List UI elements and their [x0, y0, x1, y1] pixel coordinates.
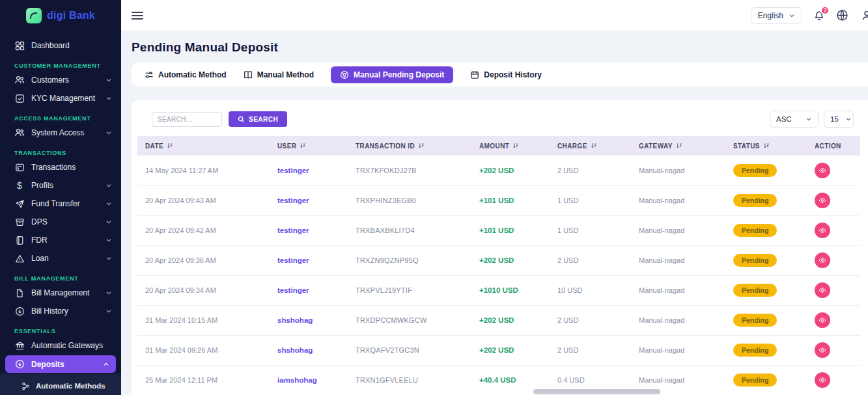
sort-icon [167, 143, 173, 149]
column-header-amount[interactable]: AMOUNT [471, 136, 550, 156]
sidebar-item-customers[interactable]: Customers [0, 71, 121, 89]
cell-gateway: Manual-nagad [631, 245, 725, 275]
sidebar-nav: Dashboard CUSTOMER MANAGEMENT Customers … [0, 31, 121, 395]
horizontal-scrollbar[interactable] [533, 389, 660, 394]
cell-charge: 2 USD [550, 245, 631, 275]
column-header-charge[interactable]: CHARGE [550, 136, 631, 156]
eye-icon [819, 197, 826, 204]
profile-button[interactable] [861, 10, 868, 21]
sidebar-item-fdr[interactable]: FDR [0, 231, 121, 249]
cell-user-link[interactable]: testinger [270, 215, 348, 245]
sidebar-item-bill-management[interactable]: Bill Management [0, 284, 121, 302]
sidebar-item-loan[interactable]: Loan [0, 249, 121, 267]
cell-user-link[interactable]: testinger [270, 275, 348, 305]
globe-button[interactable] [836, 9, 848, 21]
tab-label: Manual Method [257, 70, 314, 79]
sidebar-item-system-access[interactable]: System Access [0, 124, 121, 142]
cell-transaction-id: TRXQAFV2TGC3N [348, 335, 471, 365]
sidebar-item-label: Bill Management [31, 288, 89, 297]
view-button[interactable] [815, 372, 830, 388]
cell-user-link[interactable]: testinger [270, 245, 348, 275]
profile-icon [861, 10, 868, 21]
sidebar-item-transactions[interactable]: Transactions [0, 158, 121, 176]
cell-user-link[interactable]: iamshohag [270, 365, 348, 395]
notifications-button[interactable]: 7 [813, 9, 825, 21]
cell-user-link[interactable]: testinger [270, 156, 348, 185]
tab-deposit-history[interactable]: Deposit History [470, 70, 542, 79]
cell-date: 31 Mar 2024 10:15 AM [137, 305, 270, 335]
sidebar-section-essentials: ESSENTIALS [0, 327, 121, 335]
cell-user-link[interactable]: shshohag [270, 305, 348, 335]
sidebar-item-profits[interactable]: $ Profits [0, 176, 121, 195]
column-header-action: ACTION [807, 136, 860, 156]
sort-order-select[interactable]: ASC [770, 111, 819, 128]
search-button[interactable]: SEARCH [229, 111, 287, 127]
table-toolbar: SEARCH ASC 15 [152, 111, 854, 128]
view-button[interactable] [815, 163, 830, 178]
users-icon [14, 128, 25, 138]
tab-automatic-method[interactable]: Automatic Method [145, 70, 227, 79]
cell-transaction-id: TRXDPCCMWKGCW [348, 305, 471, 335]
cell-amount: +101 USD [471, 185, 550, 215]
sidebar-item-bill-history[interactable]: Bill History [0, 302, 121, 320]
sidebar-item-automatic-methods[interactable]: Automatic Methods [0, 377, 121, 395]
column-header-gateway[interactable]: GATEWAY [631, 136, 725, 156]
book-open-icon [244, 70, 253, 79]
status-badge: Pending [733, 374, 777, 387]
cell-user-link[interactable]: testinger [270, 185, 348, 215]
chevron-down-icon [845, 116, 852, 122]
sidebar-item-automatic-gateways[interactable]: Automatic Gateways [0, 336, 121, 355]
sidebar-item-fund-transfer[interactable]: Fund Transfer [0, 195, 121, 213]
sidebar-item-dps[interactable]: DPS [0, 213, 121, 231]
eye-icon [819, 377, 826, 383]
column-header-status[interactable]: STATUS [725, 136, 807, 156]
view-button[interactable] [815, 193, 830, 208]
language-select[interactable]: English [751, 7, 802, 24]
chevron-down-icon [105, 219, 112, 225]
topbar: English 7 [121, 0, 868, 31]
cell-date: 20 Apr 2024 09:34 AM [137, 275, 270, 305]
cell-date: 25 Mar 2024 12:11 PM [137, 365, 270, 395]
cell-charge: 1 USD [550, 185, 631, 215]
table-row: 20 Apr 2024 09:43 AM testinger TRXPHINZ3… [137, 185, 860, 215]
hamburger-menu-icon[interactable] [132, 10, 143, 21]
column-header-transaction-id[interactable]: TRANSACTION ID [348, 136, 471, 156]
cell-charge: 10 USD [550, 275, 631, 305]
sliders-icon [145, 70, 154, 79]
sidebar-section-access-management: ACCESS MANAGEMENT [0, 115, 121, 122]
chevron-down-icon [105, 308, 112, 314]
search-button-label: SEARCH [249, 116, 278, 123]
cell-date: 20 Apr 2024 09:43 AM [137, 185, 270, 215]
book-icon [14, 235, 25, 245]
cell-transaction-id: TRXPHINZ3EGB0 [348, 185, 471, 215]
share-nodes-icon [21, 381, 30, 390]
cell-charge: 1 USD [550, 215, 631, 245]
sidebar-section-customer-management: CUSTOMER MANAGEMENT [0, 62, 121, 70]
view-button[interactable] [815, 223, 830, 238]
view-button[interactable] [815, 342, 830, 358]
chevron-down-icon [105, 290, 112, 296]
cell-user-link[interactable]: shshohag [270, 335, 348, 365]
per-page-select[interactable]: 15 [824, 111, 854, 128]
brand-logo[interactable]: digi Bank [0, 0, 121, 31]
sidebar-item-dashboard[interactable]: Dashboard [0, 36, 121, 55]
tab-label: Manual Pending Deposit [354, 70, 444, 79]
view-button[interactable] [815, 252, 830, 268]
sidebar-item-label: Dashboard [31, 41, 70, 50]
eye-icon [819, 287, 826, 293]
table-row: 14 May 2024 11:27 AM testinger TRX7KFOKD… [137, 156, 860, 185]
sidebar-item-deposits[interactable]: Deposits [5, 355, 116, 373]
tab-manual-method[interactable]: Manual Method [244, 70, 314, 79]
sidebar-section-transactions: TRANSACTIONS [0, 149, 121, 157]
table-row: 20 Apr 2024 09:42 AM testinger TRXBAXBKL… [137, 215, 860, 245]
sidebar-item-kyc-management[interactable]: KYC Management [0, 89, 121, 107]
tab-manual-pending-deposit[interactable]: Manual Pending Deposit [331, 66, 453, 83]
cell-gateway: Manual-nagad [631, 185, 725, 215]
column-header-user[interactable]: USER [270, 136, 348, 156]
search-input[interactable] [152, 112, 222, 127]
cell-date: 20 Apr 2024 09:42 AM [137, 215, 270, 245]
view-button[interactable] [815, 282, 830, 298]
column-header-date[interactable]: DATE [137, 136, 270, 156]
view-button[interactable] [815, 312, 830, 328]
bank-icon [14, 340, 25, 351]
